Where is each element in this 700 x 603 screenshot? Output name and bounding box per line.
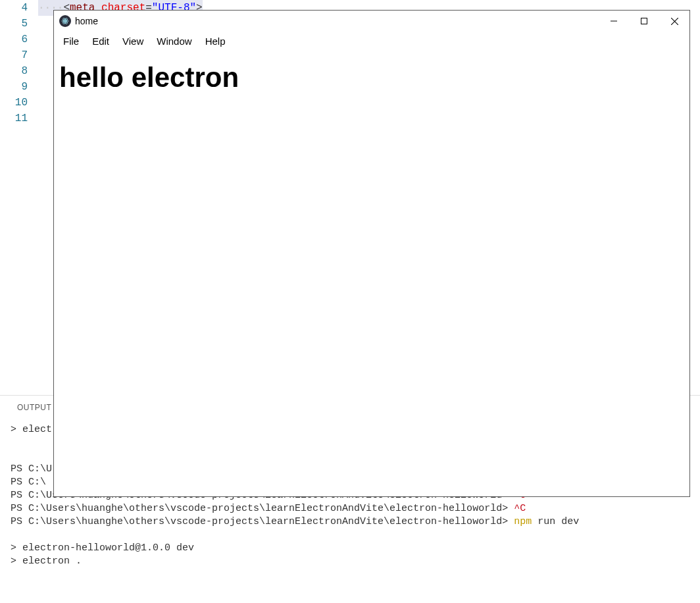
window-title: home (75, 16, 599, 26)
line-number: 11 (0, 111, 28, 126)
terminal-line: > electron-helloworld@1.0.0 dev (11, 542, 689, 555)
electron-icon (59, 15, 71, 27)
line-number: 7 (0, 47, 28, 63)
menu-edit[interactable]: Edit (86, 34, 116, 48)
close-icon (671, 18, 678, 25)
close-button[interactable] (659, 11, 689, 32)
electron-app-window: home File Edit View Window Help hello el… (53, 10, 690, 497)
terminal-line (11, 529, 689, 542)
svg-rect-5 (641, 18, 647, 24)
window-titlebar[interactable]: home (54, 11, 689, 32)
minimize-icon (611, 18, 617, 24)
app-menubar: File Edit View Window Help (54, 32, 689, 50)
maximize-button[interactable] (629, 11, 659, 32)
terminal-tab-output[interactable]: OUTPUT (11, 397, 58, 418)
menu-view[interactable]: View (116, 34, 150, 48)
app-content: hello electron (54, 50, 689, 496)
minimize-button[interactable] (599, 11, 629, 32)
page-heading: hello electron (59, 62, 684, 93)
svg-point-0 (64, 20, 66, 22)
line-number: 5 (0, 16, 28, 32)
window-controls (599, 11, 689, 32)
menu-file[interactable]: File (57, 34, 86, 48)
line-number: 6 (0, 32, 28, 47)
line-number-gutter: 4 5 6 7 8 9 10 11 (0, 0, 38, 395)
menu-window[interactable]: Window (150, 34, 198, 48)
line-number: 10 (0, 95, 28, 111)
terminal-line: PS C:\Users\huanghe\others\vscode-projec… (11, 502, 689, 515)
line-number: 8 (0, 63, 28, 79)
line-number: 4 (0, 0, 28, 16)
maximize-icon (641, 18, 647, 24)
line-number: 9 (0, 79, 28, 95)
menu-help[interactable]: Help (199, 34, 232, 48)
terminal-line: > electron . (11, 555, 689, 568)
terminal-line: PS C:\Users\huanghe\others\vscode-projec… (11, 515, 689, 529)
